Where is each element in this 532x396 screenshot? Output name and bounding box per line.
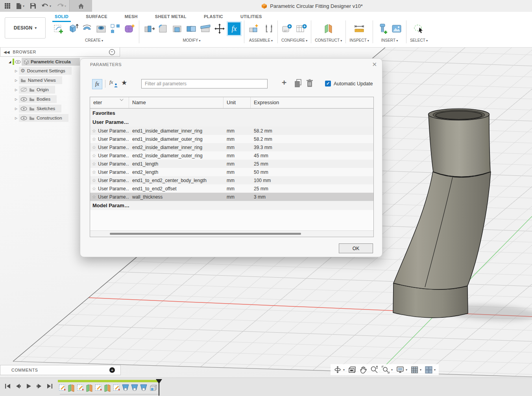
redo-button[interactable]: ▾: [55, 0, 68, 12]
expand-triangle-icon[interactable]: ▷: [13, 107, 19, 111]
parameter-row[interactable]: ☆ User Parame… end1_length mm 25 mm: [90, 160, 373, 168]
expand-triangle-icon[interactable]: ◢: [7, 60, 13, 64]
group-label-construct[interactable]: CONSTRUCT: [315, 38, 342, 42]
tree-item-document-settings[interactable]: ▷ ⚙ Document Settings: [0, 66, 80, 76]
column-header-name[interactable]: Name: [129, 97, 224, 108]
configure-icon[interactable]: [281, 23, 293, 35]
group-label-configure[interactable]: CONFIGURE: [281, 38, 307, 42]
design-workspace-selector[interactable]: DESIGN: [5, 17, 46, 39]
new-component-icon[interactable]: [248, 23, 260, 35]
favorite-star-icon[interactable]: ☆: [90, 145, 98, 150]
fillet-icon[interactable]: [157, 23, 169, 35]
expand-triangle-icon[interactable]: ▷: [13, 69, 19, 73]
close-icon[interactable]: ✕: [372, 61, 377, 68]
viewports-icon[interactable]: ▾: [425, 366, 436, 374]
group-label-assemble[interactable]: ASSEMBLE: [249, 38, 273, 42]
group-label-inspect[interactable]: INSPECT: [349, 38, 369, 42]
parameter-row[interactable]: ☆ User Parame… end1_to_end2_center_body_…: [90, 176, 373, 184]
eye-icon[interactable]: [15, 60, 21, 64]
look-at-icon[interactable]: [348, 366, 356, 373]
comments-panel[interactable]: COMMENTS +: [0, 365, 121, 375]
construct-plane-icon[interactable]: [323, 23, 334, 35]
favorite-star-icon[interactable]: ☆: [90, 169, 98, 175]
parameter-row[interactable]: ☆ User Parame… end1_inside_diameter_oute…: [90, 135, 373, 143]
timeline-playhead-line[interactable]: [159, 379, 159, 396]
section-user-parameters[interactable]: User Parame…: [90, 118, 373, 127]
feature-construction-plane-icon[interactable]: [67, 383, 76, 392]
favorite-star-icon[interactable]: ☆: [90, 161, 98, 167]
feature-loft-icon[interactable]: [121, 383, 130, 392]
group-label-modify[interactable]: MODIFY: [183, 38, 200, 42]
split-body-icon[interactable]: [200, 23, 211, 35]
group-label-select[interactable]: SELECT: [410, 38, 428, 42]
favorite-star-icon[interactable]: ☆: [90, 128, 98, 134]
feature-sketch-icon[interactable]: [76, 383, 85, 392]
eye-hidden-icon[interactable]: [20, 87, 27, 92]
collapse-panel-icon[interactable]: ◀◀: [4, 50, 9, 54]
revolve-icon[interactable]: [81, 23, 93, 35]
joint-icon[interactable]: [262, 23, 274, 35]
tree-item-construction[interactable]: ▷ Construction: [0, 113, 80, 123]
eye-icon[interactable]: [20, 116, 27, 120]
change-parameters-button[interactable]: fx: [228, 22, 240, 35]
group-label-create[interactable]: CREATE: [85, 38, 103, 42]
tree-item-named-views[interactable]: ▷ Named Views: [0, 76, 80, 85]
shell-icon[interactable]: [171, 23, 183, 35]
eye-icon[interactable]: [20, 97, 27, 101]
automatic-update-checkbox[interactable]: ✓: [325, 81, 331, 87]
select-icon[interactable]: [413, 23, 425, 35]
app-grid-icon[interactable]: [2, 0, 13, 12]
favorite-star-icon[interactable]: ☆: [90, 136, 98, 142]
copy-parameter-icon[interactable]: [294, 79, 302, 88]
insert-fastener-icon[interactable]: [377, 23, 388, 35]
create-sketch-icon[interactable]: [53, 23, 65, 35]
column-header-unit[interactable]: Unit: [224, 97, 251, 108]
section-favorites[interactable]: Favorites: [90, 109, 373, 118]
fit-icon[interactable]: ▾: [382, 366, 393, 374]
group-label-insert[interactable]: INSERT: [381, 38, 398, 42]
combine-icon[interactable]: [185, 23, 197, 35]
scrollbar-thumb[interactable]: [110, 233, 301, 235]
horizontal-scrollbar[interactable]: [90, 230, 373, 237]
favorite-star-icon[interactable]: ☆: [90, 194, 98, 200]
tree-item-bodies[interactable]: ▷ Bodies: [0, 94, 80, 104]
save-button[interactable]: [28, 0, 38, 12]
feature-construction-plane-icon[interactable]: [85, 383, 94, 392]
favorite-star-icon[interactable]: ☆: [90, 178, 98, 183]
tree-root-component[interactable]: ◢ Parametric Circula: [0, 57, 80, 66]
press-pull-icon[interactable]: [143, 23, 155, 35]
expand-triangle-icon[interactable]: ▷: [13, 79, 19, 82]
root-label-pill[interactable]: Parametric Circula: [22, 58, 80, 66]
user-parameters-filter-button[interactable]: fx: [109, 79, 119, 88]
favorite-star-icon[interactable]: ☆: [90, 153, 98, 158]
zoom-icon[interactable]: [370, 366, 378, 374]
column-header-expression[interactable]: Expression: [251, 97, 373, 108]
minimize-panel-icon[interactable]: −: [109, 49, 115, 55]
go-to-end-icon[interactable]: [46, 383, 54, 389]
feature-shell-icon[interactable]: [148, 383, 157, 392]
parameter-row[interactable]: ☆ User Parame… end2_inside_diameter_inne…: [90, 143, 373, 151]
extrude-icon[interactable]: [67, 23, 79, 35]
home-tab[interactable]: [69, 0, 92, 12]
pattern-icon[interactable]: [109, 23, 121, 35]
feature-construction-plane-icon[interactable]: [103, 383, 112, 392]
feature-loft-icon[interactable]: [139, 383, 148, 392]
go-to-start-icon[interactable]: [4, 383, 11, 389]
move-icon[interactable]: [214, 23, 225, 35]
configuration-table-icon[interactable]: [296, 23, 307, 35]
hole-icon[interactable]: [95, 23, 107, 35]
file-menu-button[interactable]: ▾: [14, 0, 26, 12]
browser-header[interactable]: ◀◀ BROWSER −: [0, 47, 120, 57]
play-icon[interactable]: [25, 383, 32, 389]
parameter-row-selected[interactable]: ☆ User Parame… wall_thickness mm 3 mm: [90, 193, 373, 201]
eye-icon[interactable]: [20, 107, 27, 111]
delete-parameter-icon[interactable]: [306, 79, 313, 88]
feature-loft-icon[interactable]: [130, 383, 139, 392]
filter-parameters-input[interactable]: [141, 79, 268, 88]
favorites-filter-star-icon[interactable]: ★: [121, 79, 127, 87]
expand-triangle-icon[interactable]: ▷: [13, 98, 19, 101]
feature-sketch-icon[interactable]: [94, 383, 103, 392]
parameters-fx-filter-button[interactable]: fx: [92, 79, 102, 89]
add-comment-icon[interactable]: +: [109, 367, 115, 373]
document-tab[interactable]: Parametric Circular Fitting Designer v10…: [92, 0, 532, 12]
